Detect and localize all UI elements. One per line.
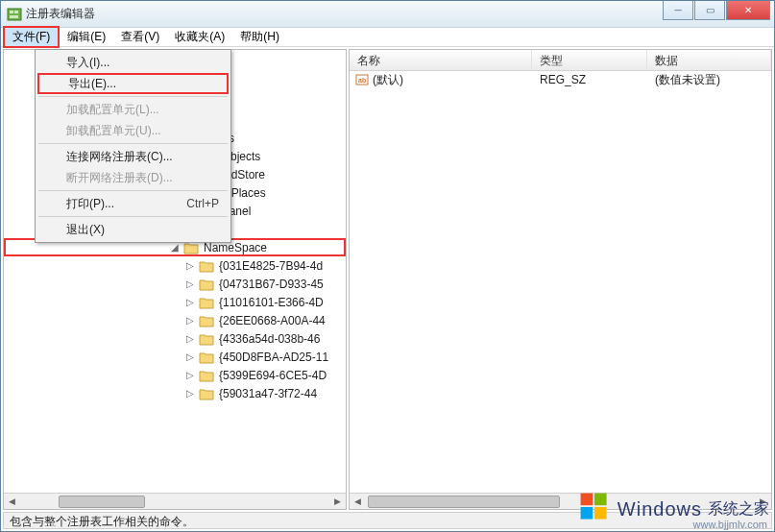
svg-rect-7 xyxy=(594,494,607,506)
folder-icon xyxy=(199,314,214,327)
menu-file[interactable]: 文件(F) xyxy=(3,26,60,48)
watermark-sub: 系统之家 xyxy=(708,499,769,520)
value-type: REG_SZ xyxy=(532,73,647,86)
svg-rect-1 xyxy=(10,11,13,13)
menu-connect[interactable]: 连接网络注册表(C)... xyxy=(37,146,229,167)
folder-icon xyxy=(199,278,214,291)
menu-unload-hive: 卸载配置单元(U)... xyxy=(37,120,229,141)
menu-print[interactable]: 打印(P)...Ctrl+P xyxy=(37,193,229,214)
expander-icon[interactable]: ▷ xyxy=(184,297,196,307)
column-type[interactable]: 类型 xyxy=(532,50,647,70)
window-controls: ─ ▭ ✕ xyxy=(662,1,770,20)
list-header: 名称 类型 数据 xyxy=(350,50,771,71)
tree-node[interactable]: {04731B67-D933-45 xyxy=(217,278,326,291)
expander-icon[interactable]: ▷ xyxy=(184,388,196,399)
tree-node[interactable]: {11016101-E366-4D xyxy=(217,296,326,309)
watermark-url: www.bjjmlv.com xyxy=(693,519,767,530)
svg-rect-3 xyxy=(10,15,18,18)
windows-logo-icon xyxy=(577,490,612,528)
folder-icon xyxy=(199,351,214,364)
menu-exit[interactable]: 退出(X) xyxy=(37,219,229,240)
menu-load-hive: 加载配置单元(L)... xyxy=(37,99,229,120)
menu-help[interactable]: 帮助(H) xyxy=(232,28,287,46)
window-title: 注册表编辑器 xyxy=(26,6,95,22)
title-bar[interactable]: 注册表编辑器 ─ ▭ ✕ xyxy=(1,1,774,28)
watermark-brand: Windows xyxy=(618,498,702,520)
values-list-pane[interactable]: 名称 类型 数据 ab (默认) REG_SZ (数值未设置) ◀ ▶ xyxy=(349,49,772,510)
menu-separator xyxy=(38,216,228,217)
tree-node[interactable]: {5399E694-6CE5-4D xyxy=(217,369,328,382)
expander-icon[interactable]: ▷ xyxy=(184,370,196,380)
value-name: (默认) xyxy=(373,72,403,88)
tree-node[interactable]: {4336a54d-038b-46 xyxy=(217,332,322,346)
svg-rect-6 xyxy=(580,494,593,506)
folder-icon xyxy=(199,387,214,400)
file-menu-dropdown: 导入(I)... 导出(E)... 加载配置单元(L)... 卸载配置单元(U)… xyxy=(35,49,231,243)
list-row[interactable]: ab (默认) REG_SZ (数值未设置) xyxy=(350,71,771,88)
minimize-button[interactable]: ─ xyxy=(663,1,693,20)
shortcut-label: Ctrl+P xyxy=(186,197,219,210)
tree-horizontal-scrollbar[interactable]: ◀ ▶ xyxy=(4,493,346,509)
menu-edit[interactable]: 编辑(E) xyxy=(60,28,113,46)
menu-favorites[interactable]: 收藏夹(A) xyxy=(167,28,232,46)
svg-text:ab: ab xyxy=(358,77,366,84)
expander-icon[interactable]: ◢ xyxy=(169,242,181,253)
tree-node[interactable]: {031E4825-7B94-4d xyxy=(217,259,325,273)
tree-node[interactable]: {26EE0668-A00A-44 xyxy=(217,314,327,327)
close-button[interactable]: ✕ xyxy=(726,1,770,20)
expander-icon[interactable]: ▷ xyxy=(184,351,196,362)
expander-icon[interactable]: ▷ xyxy=(184,260,196,271)
menu-separator xyxy=(38,143,228,144)
svg-rect-8 xyxy=(580,507,593,520)
tree-node[interactable]: {450D8FBA-AD25-11 xyxy=(217,351,330,364)
list-body: ab (默认) REG_SZ (数值未设置) xyxy=(350,71,771,509)
menu-export[interactable]: 导出(E)... xyxy=(37,73,229,94)
expander-icon[interactable]: ▷ xyxy=(184,278,196,289)
maximize-button[interactable]: ▭ xyxy=(694,1,725,20)
registry-editor-window: 注册表编辑器 ─ ▭ ✕ 文件(F) 编辑(E) 查看(V) 收藏夹(A) 帮助… xyxy=(0,0,775,532)
menu-disconnect: 断开网络注册表(D)... xyxy=(37,167,229,188)
reg-string-icon: ab xyxy=(355,73,369,86)
menu-import[interactable]: 导入(I)... xyxy=(37,52,229,73)
menu-bar: 文件(F) 编辑(E) 查看(V) 收藏夹(A) 帮助(H) xyxy=(1,28,774,47)
folder-icon xyxy=(199,332,214,346)
watermark: Windows 系统之家 www.bjjmlv.com xyxy=(577,490,769,528)
svg-rect-2 xyxy=(14,11,18,13)
menu-separator xyxy=(38,190,228,191)
menu-separator xyxy=(38,96,228,97)
svg-rect-9 xyxy=(594,507,607,520)
expander-icon[interactable]: ▷ xyxy=(184,333,196,344)
svg-rect-0 xyxy=(8,9,21,20)
expander-icon[interactable]: ▷ xyxy=(184,315,196,326)
column-data[interactable]: 数据 xyxy=(647,50,771,70)
regedit-icon xyxy=(7,7,22,22)
folder-icon xyxy=(199,259,214,273)
column-name[interactable]: 名称 xyxy=(350,50,532,70)
folder-icon xyxy=(199,296,214,309)
value-data: (数值未设置) xyxy=(647,72,771,88)
tree-node[interactable]: {59031a47-3f72-44 xyxy=(217,387,319,400)
folder-icon xyxy=(199,369,214,382)
menu-view[interactable]: 查看(V) xyxy=(113,28,167,46)
